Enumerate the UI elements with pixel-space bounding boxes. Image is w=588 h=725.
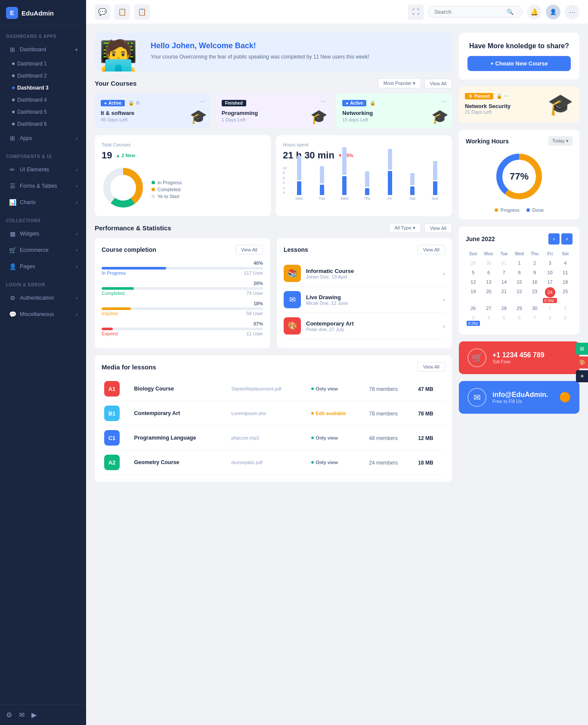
sidebar-item-forms-tables[interactable]: ☰ Forms & Tables › — [3, 178, 84, 194]
cal-day[interactable]: 22 — [512, 287, 527, 303]
cal-day[interactable]: 21 — [497, 287, 511, 303]
course-badge-2: ● Active — [342, 100, 366, 106]
cal-next-btn[interactable]: › — [561, 233, 573, 245]
cal-day[interactable]: 8 — [543, 313, 557, 328]
sidebar-item-dashboard[interactable]: ⊞ Dashboard ▾ — [3, 42, 84, 57]
completion-label[interactable]: Expired — [102, 331, 118, 336]
cal-day[interactable]: 8 — [512, 268, 527, 277]
course-more-0[interactable]: ⋯ — [200, 99, 205, 105]
sidebar-item-miscellaneous[interactable]: 💬 Miscellaneous › — [3, 307, 84, 322]
courses-filter-btn[interactable]: Most Popular ▾ — [378, 78, 421, 88]
search-input[interactable] — [434, 9, 503, 15]
cal-day[interactable]: 15 — [512, 278, 527, 286]
completion-view-all-btn[interactable]: View All — [235, 245, 263, 254]
cal-day[interactable]: 10 — [543, 268, 557, 277]
cal-day[interactable]: 26 — [466, 304, 481, 313]
cal-day[interactable]: 1 — [512, 259, 527, 267]
cal-day[interactable]: 9 — [527, 268, 542, 277]
cal-day[interactable]: 11 — [558, 268, 573, 277]
float-btn-1[interactable]: ⊞ — [576, 343, 588, 355]
cal-day[interactable]: 12 — [466, 278, 481, 286]
avatar[interactable]: 👤 — [546, 5, 560, 19]
sidebar-item-dashboard1[interactable]: Dashboard 1 — [12, 58, 86, 70]
courses-view-all-btn[interactable]: View All — [424, 79, 452, 88]
float-btn-2[interactable]: 🎨 — [576, 356, 588, 369]
perf-filter-btn[interactable]: All Type ▾ — [389, 223, 421, 233]
cal-day[interactable]: 3 — [543, 259, 557, 267]
search-box[interactable]: 🔍 — [428, 6, 523, 18]
cal-day[interactable]: 14 — [497, 278, 511, 286]
completion-label[interactable]: Inactive — [102, 311, 118, 316]
sidebar-item-ui-elements[interactable]: ✏ UI Elements › — [3, 162, 84, 177]
cal-day[interactable]: 5 — [466, 268, 481, 277]
sidebar-item-pages[interactable]: 👤 Pages › — [3, 259, 84, 274]
topbar-chat-btn[interactable]: 💬 — [95, 4, 110, 20]
cal-day[interactable]: 7 — [527, 313, 542, 328]
cal-prev-btn[interactable]: ‹ — [548, 233, 560, 245]
float-btn-3[interactable]: ☀ — [576, 370, 588, 382]
play-icon[interactable]: ▶ — [31, 711, 37, 719]
sidebar-item-authentication[interactable]: ⚙ Authentication › — [3, 290, 84, 306]
cal-day[interactable]: 16 — [527, 278, 542, 286]
cal-day[interactable]: 17 — [543, 278, 557, 286]
email-arrow[interactable]: 🟠 — [559, 392, 571, 403]
completion-label[interactable]: Completed — [102, 291, 124, 296]
mail-icon[interactable]: ✉ — [19, 711, 25, 719]
cal-day[interactable]: 31 — [497, 259, 511, 267]
cal-day[interactable]: 38:36p — [466, 313, 481, 328]
cal-day[interactable]: 6 — [482, 268, 496, 277]
bar-value — [433, 161, 437, 180]
cal-day[interactable]: 18 — [558, 278, 573, 286]
cal-day[interactable]: 246:36p — [543, 287, 557, 303]
today-btn[interactable]: Today ▾ — [548, 136, 573, 146]
cal-day[interactable]: 23 — [527, 287, 542, 303]
cal-day[interactable]: 13 — [482, 278, 496, 286]
cal-day[interactable]: 19 — [466, 287, 481, 303]
sidebar-item-dashboard2[interactable]: Dashboard 2 — [12, 70, 86, 82]
cal-day[interactable]: 7 — [497, 268, 511, 277]
cal-day[interactable]: 2 — [558, 304, 573, 313]
fullscreen-btn[interactable]: ⛶ — [408, 4, 424, 20]
cal-day[interactable]: 9 — [558, 313, 573, 328]
topbar-doc-btn[interactable]: 📋 — [134, 4, 150, 20]
lessons-view-all-btn[interactable]: View All — [418, 245, 445, 254]
settings-icon[interactable]: ⚙ — [6, 711, 12, 719]
cal-day[interactable]: 27 — [482, 304, 496, 313]
cal-day[interactable]: 25 — [558, 287, 573, 303]
ns-more[interactable]: ⋯ — [504, 93, 509, 99]
cal-day[interactable]: 30 — [482, 259, 496, 267]
cal-day[interactable]: 29 — [466, 259, 481, 267]
media-view-all-btn[interactable]: View All — [418, 362, 445, 372]
notification-btn[interactable]: 🔔 — [527, 5, 542, 19]
cal-day[interactable]: 4 — [558, 259, 573, 267]
sidebar-item-dashboard5[interactable]: Dashboard 5 — [12, 106, 86, 118]
cal-day[interactable]: 6 — [512, 313, 527, 328]
course-more-2[interactable]: ⋯ — [442, 99, 447, 105]
cal-day[interactable]: 20 — [482, 287, 496, 303]
lesson-arrow[interactable]: › — [443, 322, 445, 329]
topbar-clipboard-btn[interactable]: 📋 — [115, 4, 130, 20]
sidebar-item-apps[interactable]: ⊞ Apps › — [3, 130, 84, 146]
cal-day[interactable]: 2 — [527, 259, 542, 267]
sidebar-item-widgets[interactable]: ▦ Widgets › — [3, 226, 84, 242]
cal-day[interactable]: 4 — [482, 313, 496, 328]
sidebar-item-ecommerce[interactable]: 🛒 Ecommerce › — [3, 242, 84, 258]
cal-day[interactable]: 30 — [527, 304, 542, 313]
sidebar-item-dashboard6[interactable]: Dashboard 6 — [12, 118, 86, 130]
perf-view-all-btn[interactable]: View All — [424, 223, 452, 233]
create-course-btn[interactable]: + Cheate New Course — [467, 56, 571, 71]
sidebar-item-dashboard4[interactable]: Dashboard 4 — [12, 94, 86, 106]
sidebar-item-dashboard3[interactable]: Dashboard 3 — [12, 82, 86, 94]
cal-day[interactable]: 5 — [497, 313, 511, 328]
more-btn[interactable]: ⋯ — [565, 5, 579, 19]
dot-d5 — [12, 111, 15, 113]
cal-today: 24 — [545, 287, 555, 297]
lesson-arrow[interactable]: › — [443, 270, 445, 277]
cal-day[interactable]: 1 — [543, 304, 557, 313]
cal-day[interactable]: 28 — [497, 304, 511, 313]
sidebar-item-charts[interactable]: 📊 Charts › — [3, 195, 84, 210]
lesson-arrow[interactable]: › — [443, 296, 445, 303]
cal-day[interactable]: 29 — [512, 304, 527, 313]
completion-label[interactable]: In Progress — [102, 270, 126, 276]
course-more-1[interactable]: ⋯ — [321, 99, 326, 105]
